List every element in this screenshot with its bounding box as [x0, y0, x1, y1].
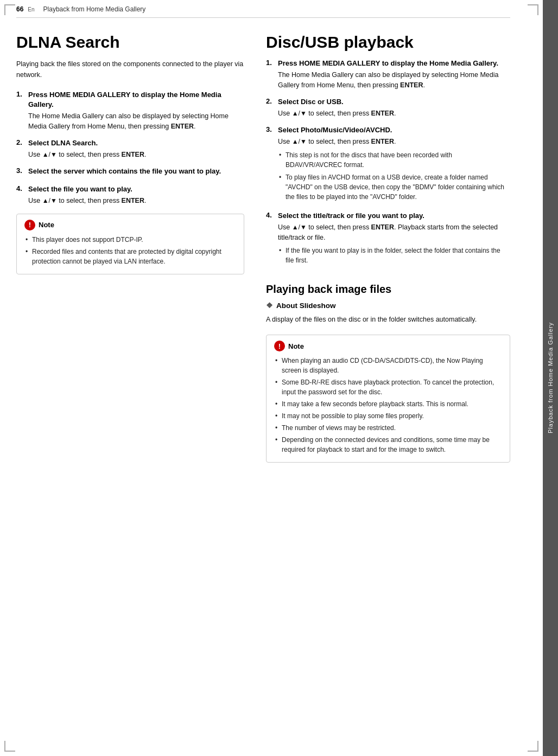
disc-usb-steps-list: 1. Press HOME MEDIA GALLERY to display t… — [266, 59, 510, 268]
dlna-note-list: This player does not support DTCP-IP. Re… — [24, 235, 236, 266]
disc-usb-step-4-bullet-1: If the file you want to play is in the f… — [278, 246, 510, 265]
dlna-note-item-2: Recorded files and contents that are pro… — [24, 247, 236, 266]
dlna-step-2: 2. Select DLNA Search. Use ▲/▼ to select… — [16, 138, 244, 160]
playing-back-note-label: Note — [288, 342, 304, 350]
corner-decoration-tr — [528, 4, 538, 15]
dlna-step-2-title: Select DLNA Search. — [28, 138, 244, 148]
disc-usb-step-2-title: Select Disc or USB. — [278, 97, 510, 107]
playing-back-note-item-6: Depending on the connected devices and c… — [274, 435, 502, 454]
disc-usb-step-3-title: Select Photo/Music/Video/AVCHD. — [278, 125, 510, 135]
disc-usb-step-1: 1. Press HOME MEDIA GALLERY to display t… — [266, 59, 510, 91]
playing-back-note-item-3: It may take a few seconds before playbac… — [274, 399, 502, 409]
dlna-step-3-num: 3. — [16, 166, 28, 175]
disc-usb-step-4-bullets: If the file you want to play is in the f… — [278, 246, 510, 265]
playing-back-note-header: ! Note — [274, 341, 502, 351]
dlna-section: DLNA Search Playing back the files store… — [16, 33, 244, 463]
dlna-intro: Playing back the files stored on the com… — [16, 59, 244, 80]
dlna-step-1-title: Press HOME MEDIA GALLERY to display the … — [28, 90, 244, 110]
playing-back-note-box: ! Note When playing an audio CD (CD-DA/S… — [266, 335, 510, 463]
playing-back-note-item-5: The number of views may be restricted. — [274, 423, 502, 433]
disc-usb-step-3-bullet-2: To play files in AVCHD format on a USB d… — [278, 172, 510, 202]
dlna-note-item-1: This player does not support DTCP-IP. — [24, 235, 236, 245]
playing-back-note-list: When playing an audio CD (CD-DA/SACD/DTS… — [274, 356, 502, 454]
disc-usb-step-2: 2. Select Disc or USB. Use ▲/▼ to select… — [266, 97, 510, 119]
dlna-step-4-desc: Use ▲/▼ to select, then press ENTER. — [28, 196, 244, 206]
disc-usb-step-1-title: Press HOME MEDIA GALLERY to display the … — [278, 59, 510, 68]
dlna-title: DLNA Search — [16, 33, 244, 51]
dlna-step-4: 4. Select the file you want to play. Use… — [16, 184, 244, 206]
page-lang: En — [28, 7, 34, 12]
playing-back-note-item-2: Some BD-R/-RE discs have playback protec… — [274, 377, 502, 397]
dlna-note-icon: ! — [24, 220, 35, 230]
about-slideshow-label: About Slideshow — [276, 302, 336, 310]
page-number: 66 — [16, 5, 23, 13]
playing-back-section: Playing back image files ❖ About Slidesh… — [266, 283, 510, 463]
disc-usb-step-3: 3. Select Photo/Music/Video/AVCHD. Use ▲… — [266, 125, 510, 204]
playing-back-note-item-1: When playing an audio CD (CD-DA/SACD/DTS… — [274, 356, 502, 375]
disc-usb-step-3-desc: Use ▲/▼ to select, then press ENTER. — [278, 137, 510, 147]
about-slideshow-heading: ❖ About Slideshow — [266, 301, 510, 310]
dlna-step-3: 3. Select the server which contains the … — [16, 166, 244, 178]
dlna-step-3-title: Select the server which contains the fil… — [28, 166, 244, 176]
dlna-note-label: Note — [39, 221, 54, 229]
page-title-header: Playback from Home Media Gallery — [43, 5, 146, 13]
dlna-step-4-num: 4. — [16, 184, 28, 193]
playing-back-title: Playing back image files — [266, 283, 510, 296]
side-tab: 5 Playback from Home Media Gallery — [543, 0, 558, 756]
corner-decoration-br — [528, 741, 538, 752]
playing-back-note-item-4: It may not be possible to play some file… — [274, 411, 502, 421]
dlna-step-2-num: 2. — [16, 138, 28, 146]
dlna-step-4-title: Select the file you want to play. — [28, 184, 244, 194]
page-header: 66 En Playback from Home Media Gallery — [16, 0, 510, 18]
dlna-step-1: 1. Press HOME MEDIA GALLERY to display t… — [16, 90, 244, 132]
disc-usb-step-4-title: Select the title/track or file you want … — [278, 211, 510, 221]
disc-usb-step-4-desc: Use ▲/▼ to select, then press ENTER. Pla… — [278, 222, 510, 243]
disc-usb-step-4: 4. Select the title/track or file you wa… — [266, 211, 510, 268]
disc-usb-title: Disc/USB playback — [266, 33, 510, 51]
dlna-note-header: ! Note — [24, 220, 236, 230]
disc-usb-step-3-num: 3. — [266, 125, 278, 133]
playing-back-note-icon: ! — [274, 341, 285, 351]
disc-usb-step-2-desc: Use ▲/▼ to select, then press ENTER. — [278, 108, 510, 119]
right-column: Disc/USB playback 1. Press HOME MEDIA GA… — [266, 33, 510, 463]
disc-usb-step-2-num: 2. — [266, 97, 278, 105]
disc-usb-step-3-bullets: This step is not for the discs that have… — [278, 150, 510, 202]
diamond-icon: ❖ — [266, 301, 273, 310]
dlna-note-box: ! Note This player does not support DTCP… — [16, 214, 244, 274]
disc-usb-step-4-num: 4. — [266, 211, 278, 219]
dlna-step-1-desc: The Home Media Gallery can also be displ… — [28, 111, 244, 132]
side-tab-label: Playback from Home Media Gallery — [544, 311, 557, 444]
disc-usb-step-3-bullet-1: This step is not for the discs that have… — [278, 150, 510, 170]
disc-usb-step-1-desc: The Home Media Gallery can also be displ… — [278, 70, 510, 91]
dlna-steps-list: 1. Press HOME MEDIA GALLERY to display t… — [16, 90, 244, 206]
about-slideshow-desc: A display of the files on the disc or in… — [266, 314, 510, 325]
disc-usb-section: Disc/USB playback 1. Press HOME MEDIA GA… — [266, 33, 510, 268]
dlna-step-1-num: 1. — [16, 90, 28, 98]
dlna-step-2-desc: Use ▲/▼ to select, then press ENTER. — [28, 150, 244, 160]
disc-usb-step-1-num: 1. — [266, 59, 278, 67]
